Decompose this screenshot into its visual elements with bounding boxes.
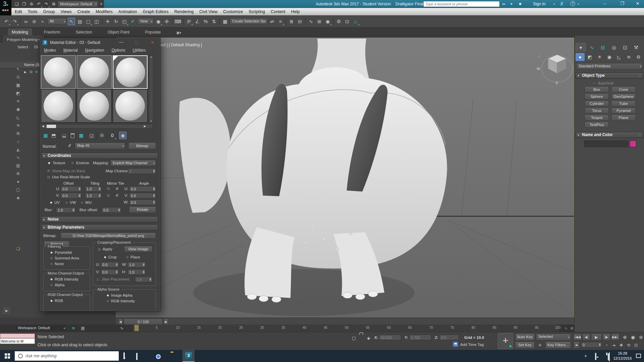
select-rotate-icon[interactable]: ↻ [112,18,120,25]
crop-w-field[interactable]: 1.0 [127,262,146,267]
go-to-start-button[interactable]: |◀◀ [574,334,582,341]
row-expand-icon[interactable]: ▶ [24,70,26,74]
se-spheres-icon[interactable]: ● [15,178,21,185]
scroll-up-icon[interactable]: ▲ [150,56,152,58]
blur-offset-field[interactable]: 0.0 [102,207,121,213]
wu-radio[interactable] [80,201,84,204]
plane-button[interactable]: Plane [611,115,636,121]
workspace-dropdown[interactable]: Workspace: Default [58,1,98,7]
app-logo[interactable]: 3▾ MAX [0,0,11,15]
keyboard-override-icon[interactable]: ⌨ [174,18,181,25]
image-alpha-radio[interactable] [106,294,110,297]
se-cameras-icon[interactable]: ◉ [15,106,21,113]
u-offset-field[interactable]: 0.0 [61,186,82,192]
v-offset-field[interactable]: 0.0 [61,193,82,198]
next-frame-button[interactable]: |▶ [602,334,610,341]
se-spacewarps-icon[interactable]: ≋ [15,122,21,129]
tab-populate[interactable]: Populate [142,29,164,36]
rgb-intensity-radio[interactable] [50,278,53,281]
alpha-radio[interactable] [50,283,53,287]
menu-item-13[interactable]: Help [291,9,300,14]
layer-manager-icon[interactable]: ≣ [288,18,295,25]
se-materials-icon[interactable]: ◈ [15,194,21,201]
mini-curve-editor-icon[interactable]: ∿ [118,324,125,332]
tab-object-paint[interactable]: Object Paint [104,29,133,36]
put-to-scene-icon[interactable]: ⬒ [50,132,57,139]
systems-category-icon[interactable]: ⚙ [634,53,643,61]
texture-radio[interactable] [47,161,51,165]
hscroll-thumb[interactable] [47,125,56,128]
object-color-swatch[interactable] [630,140,636,147]
taskbar-search-input[interactable]: Ask me anything [15,351,119,361]
u-tile-checkbox[interactable] [115,187,119,191]
se-frozen-icon[interactable]: ▢ [15,186,21,193]
show-map-on-back-checkbox[interactable] [47,169,51,173]
zoom-icon[interactable]: ⊕ [621,334,629,341]
rgb-radio[interactable] [50,299,53,303]
se-folder-icon[interactable]: ❏ [15,245,21,252]
cube-home-icon[interactable]: ⌂ [538,54,540,58]
previous-frame-button[interactable]: ◀| [582,334,590,341]
select-object-icon[interactable]: ↖ [68,18,75,25]
menu-item-1[interactable]: Tools [28,9,38,14]
explorer-quick-icon[interactable]: ▤ [79,324,87,332]
undo-icon[interactable]: ↶ [3,18,10,25]
microphone-icon[interactable] [123,352,125,359]
toolbar-options-icon[interactable]: ≡ [99,1,104,7]
me-menu-item-3[interactable]: Options [111,48,125,53]
menu-item-7[interactable]: Graph Editors [143,9,168,14]
set-key-button[interactable]: Set Key [515,342,535,349]
tray-expand-icon[interactable]: ∧ [584,354,587,358]
sample-slot-5[interactable] [77,89,112,123]
scroll-right-icon[interactable]: ▶ [144,125,146,128]
communication-center-icon[interactable]: ⌖ [510,1,513,7]
window-crossing-icon[interactable]: ◫ [93,18,100,25]
sample-slot-4[interactable] [41,89,76,123]
me-maximize-button[interactable]: ▢ [135,40,139,45]
se-xref-icon[interactable]: ⌂ [15,138,21,145]
orbit-icon[interactable]: ⟲ [625,342,632,349]
create-tab[interactable]: + [576,43,586,52]
bitmap-parameters-rollout[interactable]: Bitmap Parameters [41,224,158,231]
search-binoculars-icon[interactable]: ∞ [502,1,505,6]
cameras-category-icon[interactable]: ◉ [605,53,614,61]
blur-field[interactable]: 1.0 [56,207,75,213]
save-file-icon[interactable]: ✇ [28,1,35,7]
y-coordinate-field[interactable]: 1.722 [409,335,431,340]
favorites-star-icon[interactable]: ★ [518,1,522,6]
task-view-icon[interactable] [136,353,138,360]
menu-item-2[interactable]: Group [43,9,55,14]
spacewarps-category-icon[interactable]: ≋ [624,53,633,61]
modify-tab[interactable]: ∿ [587,43,597,52]
angle-snap-icon[interactable]: ∠ [194,18,201,25]
render-icon[interactable]: ♨ [352,18,359,25]
se-visibility-icon[interactable]: ⊙ [15,74,21,80]
sample-type-icon[interactable]: 0 [109,132,116,139]
crop-u-field[interactable]: 0.0 [101,262,119,267]
se-curves-icon[interactable]: ∿ [15,154,21,161]
viewport-shading-label[interactable]: ard ] [ Default Shading ] [160,43,202,47]
cone-button[interactable]: Cone [611,86,636,93]
se-bones-icon[interactable]: ◭ [15,146,21,153]
crop-h-field[interactable]: 1.0 [127,269,146,275]
se-systems-icon[interactable]: ⚙ [15,170,21,177]
view-cube[interactable]: W E S ⌂ [537,54,574,85]
view-image-button[interactable]: View Image [124,246,152,252]
3dsmax-taskbar-icon[interactable]: 3 [182,350,195,362]
key-selection-dropdown[interactable]: Selected [536,334,571,341]
coordinates-rollout[interactable]: Coordinates [41,153,158,159]
teapot-button[interactable]: Teapot [585,115,609,121]
z-coordinate-field[interactable]: 0.0 [439,335,459,340]
next-key-icon[interactable]: ↠ [610,342,617,349]
place-radio[interactable] [125,255,129,259]
cube-west-label[interactable]: W [537,67,540,71]
current-frame-field[interactable]: 0 [581,342,602,348]
hierarchy-tab[interactable]: ⊟ [598,43,608,52]
environ-radio[interactable] [71,161,74,165]
redo-icon[interactable]: ↷ [43,1,50,7]
add-time-tag[interactable]: Add Time Tag [460,343,484,347]
speaker-icon[interactable] [608,352,610,362]
cylinder-button[interactable]: Cylinder [585,101,609,107]
new-file-icon[interactable]: ❏ [13,1,20,7]
me-menu-item-1[interactable]: Material [63,48,78,53]
